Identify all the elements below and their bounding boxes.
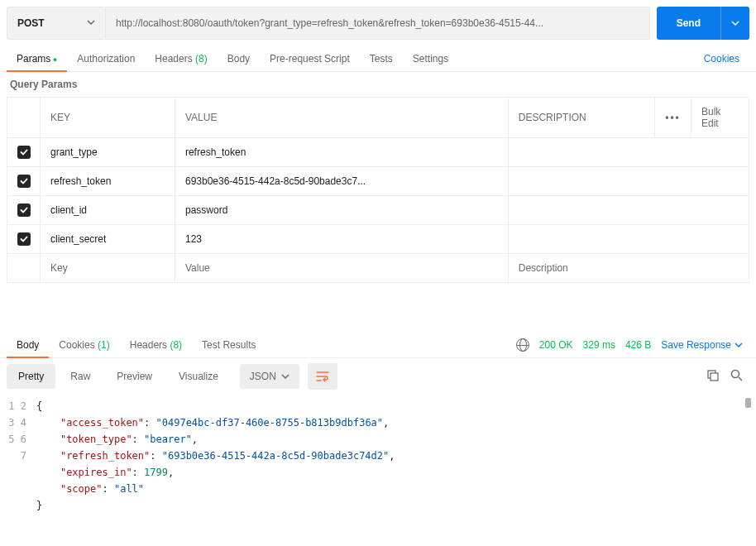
send-label: Send	[657, 17, 720, 29]
tab-headers[interactable]: Headers (8)	[145, 46, 217, 71]
param-value[interactable]: 693b0e36-4515-442a-8c5d-90bade3c7...	[175, 167, 508, 196]
param-desc[interactable]	[508, 167, 749, 196]
wrap-icon	[316, 371, 329, 382]
resp-tab-headers[interactable]: Headers (8)	[120, 333, 192, 357]
param-checkbox[interactable]	[17, 175, 31, 188]
format-select[interactable]: JSON	[240, 364, 299, 389]
param-desc[interactable]	[508, 225, 749, 254]
search-icon[interactable]	[730, 369, 743, 384]
param-key-input[interactable]: Key	[41, 254, 175, 283]
scrollbar-indicator	[745, 398, 751, 408]
url-text: http://localhost:8080/oauth/token?grant_…	[116, 17, 543, 29]
param-value[interactable]: 123	[175, 225, 508, 254]
bulk-edit-link[interactable]: Bulk Edit	[691, 98, 749, 138]
param-row: client_secret123	[7, 225, 749, 254]
svg-point-2	[732, 371, 739, 378]
send-button[interactable]: Send	[657, 7, 749, 40]
col-description: DESCRIPTION	[508, 98, 654, 138]
checkbox-col-header	[7, 98, 41, 138]
param-value-input[interactable]: Value	[175, 254, 508, 283]
tab-body[interactable]: Body	[218, 46, 260, 71]
send-dropdown[interactable]	[720, 7, 749, 40]
col-key: KEY	[41, 98, 175, 138]
param-key[interactable]: refresh_token	[41, 167, 175, 196]
response-body[interactable]: 1 2 3 4 5 6 7 { "access_token": "0497e4b…	[0, 395, 756, 517]
param-row: client_idpassword	[7, 196, 749, 225]
param-key[interactable]: client_secret	[41, 225, 175, 254]
svg-rect-1	[711, 373, 718, 381]
status-time: 329 ms	[583, 339, 615, 351]
param-checkbox[interactable]	[17, 146, 31, 159]
method-select[interactable]: POST	[7, 7, 106, 40]
wrap-lines-button[interactable]	[308, 363, 337, 390]
param-key[interactable]: client_id	[41, 196, 175, 225]
method-label: POST	[17, 17, 45, 29]
view-pretty[interactable]: Pretty	[7, 364, 55, 389]
param-row-new: KeyValueDescription	[7, 254, 749, 283]
view-raw[interactable]: Raw	[59, 364, 102, 389]
tab-tests[interactable]: Tests	[360, 46, 403, 71]
resp-tab-test-results[interactable]: Test Results	[192, 333, 266, 357]
more-options-icon[interactable]: •••	[665, 112, 681, 123]
save-response-button[interactable]: Save Response	[661, 339, 743, 351]
param-desc[interactable]	[508, 138, 749, 167]
globe-icon[interactable]	[516, 338, 529, 352]
view-preview[interactable]: Preview	[105, 364, 164, 389]
tab-prerequest[interactable]: Pre-request Script	[260, 46, 360, 71]
view-visualize[interactable]: Visualize	[167, 364, 230, 389]
tab-authorization[interactable]: Authorization	[67, 46, 145, 71]
cookies-link[interactable]: Cookies	[694, 46, 749, 71]
resp-tab-body[interactable]: Body	[7, 333, 49, 357]
status-code: 200 OK	[539, 339, 573, 351]
query-params-table: KEY VALUE DESCRIPTION ••• Bulk Edit gran…	[7, 97, 749, 283]
col-value: VALUE	[175, 98, 508, 138]
svg-line-3	[739, 377, 742, 381]
chevron-down-icon	[87, 17, 95, 29]
url-input[interactable]: http://localhost:8080/oauth/token?grant_…	[106, 7, 650, 40]
param-row: refresh_token693b0e36-4515-442a-8c5d-90b…	[7, 167, 749, 196]
status-size: 426 B	[625, 339, 651, 351]
query-params-label: Query Params	[0, 72, 756, 97]
param-row: grant_typerefresh_token	[7, 138, 749, 167]
param-checkbox[interactable]	[17, 204, 31, 217]
param-value[interactable]: password	[175, 196, 508, 225]
param-desc-input[interactable]: Description	[508, 254, 749, 283]
resp-tab-cookies[interactable]: Cookies (1)	[49, 333, 119, 357]
tab-settings[interactable]: Settings	[403, 46, 458, 71]
param-key[interactable]: grant_type	[41, 138, 175, 167]
param-value[interactable]: refresh_token	[175, 138, 508, 167]
tab-params[interactable]: Params	[7, 46, 67, 71]
params-changed-dot	[50, 53, 57, 65]
param-checkbox[interactable]	[17, 232, 31, 246]
param-desc[interactable]	[508, 196, 749, 225]
copy-icon[interactable]	[706, 369, 719, 384]
